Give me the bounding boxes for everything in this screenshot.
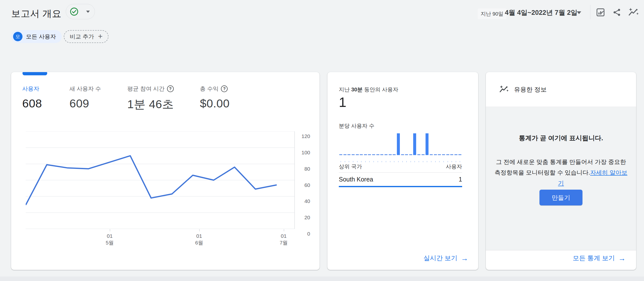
- help-icon[interactable]: ?: [167, 85, 174, 92]
- insights-card-header: 유용한 정보: [486, 72, 636, 107]
- insights-sparkle-icon: [499, 85, 508, 94]
- active-metric-tab-indicator: [22, 72, 47, 75]
- minute-bar: [397, 133, 400, 155]
- minute-tick: [402, 161, 403, 162]
- country-cell: South Korea: [339, 176, 373, 183]
- date-range-chevron-icon[interactable]: [577, 11, 581, 14]
- baseline-dash: [356, 154, 359, 155]
- minute-tick: [340, 161, 341, 162]
- minute-tick: [410, 161, 411, 162]
- top-countries-header: 상위 국가: [339, 163, 362, 170]
- metric-tab-new-users[interactable]: 새 사용자 수 609: [70, 85, 101, 110]
- baseline-dash: [401, 154, 404, 155]
- page-title: 보고서 개요: [11, 7, 62, 20]
- insights-button[interactable]: [628, 7, 638, 18]
- metric-value: 609: [70, 97, 101, 110]
- realtime-users-value: 1: [339, 94, 346, 110]
- report-status-dropdown[interactable]: [66, 4, 95, 19]
- baseline-dash: [348, 154, 350, 155]
- y-axis-tick: 100: [295, 150, 310, 156]
- baseline-dash: [430, 154, 433, 155]
- analytics-overview-page: 보고서 개요 지난 90일 4월 4일~2022년 7월 2일: [0, 0, 644, 281]
- minute-tick: [418, 161, 419, 162]
- table-row: South Korea 1: [339, 176, 462, 183]
- share-report-button[interactable]: [612, 7, 622, 18]
- baseline-dash: [450, 154, 453, 155]
- baseline-dash: [339, 154, 342, 155]
- baseline-dash: [393, 154, 396, 155]
- baseline-dash: [372, 154, 375, 155]
- users-cell: 1: [459, 176, 462, 183]
- baseline-dash: [352, 154, 354, 155]
- minute-tick: [431, 161, 432, 162]
- minute-tick: [378, 161, 378, 162]
- check-circle-icon: [70, 7, 79, 16]
- insights-card: 유용한 정보 통계가 곧 여기에 표시됩니다. 그 전에 새로운 맞춤 통계를 …: [486, 72, 636, 270]
- minute-tick: [398, 161, 398, 162]
- view-realtime-link[interactable]: 실시간 보기 →: [424, 254, 468, 263]
- all-users-avatar: 모: [13, 32, 22, 41]
- metric-tab-users[interactable]: 사용자 608: [22, 85, 42, 110]
- page-bottom-strip: [0, 277, 644, 281]
- x-axis-tick: 016월: [188, 233, 210, 246]
- x-axis-tickmark: [199, 229, 200, 231]
- baseline-dash: [364, 154, 367, 155]
- arrow-right-icon: →: [461, 255, 468, 262]
- date-range-button[interactable]: 4월 4일~2022년 7월 2일: [505, 8, 577, 17]
- minute-tick: [435, 161, 436, 162]
- metric-label: 새 사용자 수: [70, 85, 101, 93]
- insights-header-title: 유용한 정보: [514, 85, 547, 94]
- help-icon[interactable]: ?: [221, 85, 228, 92]
- share-icon: [612, 8, 621, 17]
- baseline-dash: [422, 154, 424, 155]
- overview-metrics-card: 사용자 608 새 사용자 수 609 평균 참여 시간 ? 1분 46초 총 …: [11, 72, 320, 270]
- insights-sparkle-icon: [628, 7, 638, 17]
- minute-tick: [452, 161, 452, 162]
- baseline-dash: [454, 154, 458, 155]
- chevron-down-icon: [86, 10, 90, 12]
- baseline-dash: [380, 154, 383, 155]
- minute-tick: [365, 161, 366, 162]
- x-axis-tick: 015월: [98, 233, 121, 246]
- metric-tab-total-revenue[interactable]: 총 수익 ? $0.00: [200, 85, 230, 110]
- create-insight-button[interactable]: 만들기: [540, 190, 582, 205]
- y-axis-tick: 40: [295, 198, 310, 204]
- minute-tick: [382, 161, 382, 162]
- add-comparison-label: 비교 추가: [70, 33, 94, 40]
- edit-chart-icon: [596, 7, 606, 17]
- metric-label: 총 수익: [200, 85, 218, 93]
- minute-tick: [357, 161, 358, 162]
- metric-value: 608: [22, 97, 42, 110]
- metric-value: 1분 46초: [127, 97, 174, 112]
- users-column-header: 사용자: [446, 163, 462, 170]
- baseline-dash: [344, 154, 346, 155]
- baseline-dash: [438, 154, 441, 155]
- minute-tick: [394, 161, 394, 162]
- baseline-dash: [360, 154, 363, 155]
- minute-tick: [406, 161, 407, 162]
- metric-value: $0.00: [200, 97, 230, 110]
- users-line-chart: [26, 131, 295, 229]
- minute-bar: [426, 133, 428, 155]
- add-comparison-chip[interactable]: 비교 추가 +: [64, 30, 108, 43]
- x-axis-tickmark: [110, 229, 110, 231]
- minute-tick: [390, 161, 390, 162]
- users-per-minute-bar-chart: [339, 133, 462, 155]
- minute-tick: [414, 161, 415, 162]
- customize-report-button[interactable]: [595, 7, 606, 18]
- minute-tick: [353, 161, 354, 162]
- y-axis-tick: 0: [295, 231, 310, 237]
- all-users-chip[interactable]: 모 모든 사용자: [11, 30, 62, 43]
- metric-tab-avg-engagement[interactable]: 평균 참여 시간 ? 1분 46초: [127, 85, 174, 112]
- baseline-dash: [405, 154, 408, 155]
- table-divider: [339, 172, 462, 173]
- baseline-dash: [458, 154, 462, 155]
- baseline-dash: [434, 154, 437, 155]
- realtime-card: 지난 30분 동안의 사용자 1 분당 사용자 수 상위 국가 사용자 Sout…: [328, 72, 478, 270]
- all-users-chip-label: 모든 사용자: [26, 33, 56, 40]
- insights-empty-body: 그 전에 새로운 맞춤 통계를 만들어서 가장 중요한 측정항목을 모니터링할 …: [494, 157, 628, 188]
- view-all-insights-link[interactable]: 모든 통계 보기 →: [573, 254, 626, 263]
- baseline-dash: [389, 154, 392, 155]
- row-value-bar: [339, 186, 462, 187]
- date-preset-badge: 지난 90일: [478, 8, 506, 19]
